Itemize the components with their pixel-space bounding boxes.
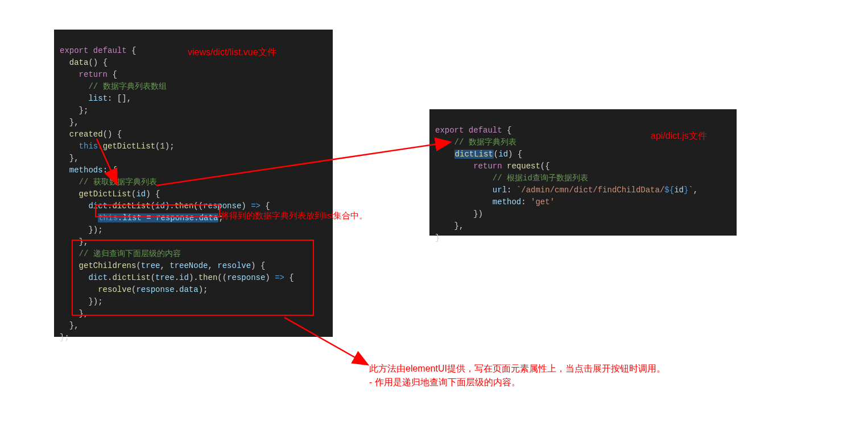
kw-default: default [93,46,127,55]
annotation-bottom-line2: - 作用是递归地查询下面层级的内容。 [369,376,666,389]
label-left-file: views/dict/list.vue文件 [188,46,276,59]
fn-created: created [69,130,103,139]
highlight-box-list-assign [95,204,220,217]
annotation-bottom-line1: 此方法由elementUI提供，写在页面元素属性上，当点击展开按钮时调用。 [369,362,666,376]
fn-getDictList: getDictList [79,189,131,199]
kw-export: export [60,46,88,55]
code-block-right: export default { // 数据字典列表 dictList(id) … [429,109,737,236]
fn-dictList: dictList [455,150,493,159]
annotation-bottom: 此方法由elementUI提供，写在页面元素属性上，当点击展开按钮时调用。 - … [369,362,666,389]
label-right-file: api/dict.js文件 [651,129,707,143]
comment: // 数据字典列表数组 [88,82,166,91]
comment: // 获取数据字典列表 [79,178,157,187]
highlight-box-getChildrens [72,240,314,316]
annotation-list: 将得到的数据字典列表放到list集合中。 [221,209,367,222]
diagram-stage: export default { data() { return { // 数据… [0,0,868,437]
fn-data: data [69,58,89,67]
